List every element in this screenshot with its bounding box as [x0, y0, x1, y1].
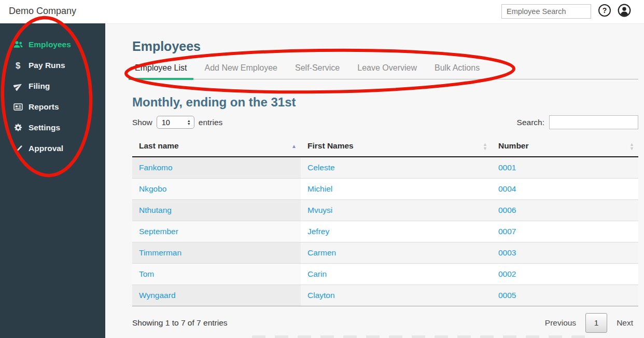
- company-name: Demo Company: [9, 6, 76, 17]
- column-header-label: Number: [498, 141, 529, 150]
- employee-number-link[interactable]: 0001: [498, 163, 516, 172]
- employee-number-link[interactable]: 0003: [498, 248, 516, 257]
- cell-first-names: Celeste: [301, 157, 492, 179]
- cell-first-names: Mvuysi: [301, 200, 492, 221]
- entries-summary: Showing 1 to 7 of 7 entries: [132, 318, 228, 328]
- table-search-input[interactable]: [549, 115, 638, 129]
- column-header-label: Last name: [139, 141, 179, 150]
- gear-icon: [12, 123, 23, 133]
- cell-last-name: Tom: [132, 264, 301, 285]
- search-label: Search:: [517, 118, 544, 127]
- sidebar-item-approval[interactable]: Approval: [0, 138, 105, 159]
- previous-page-button[interactable]: Previous: [545, 318, 576, 328]
- table-header-row: Last name▲First Names▲▼Number▲▼: [132, 137, 638, 157]
- clipped-content-hint: [252, 335, 594, 338]
- employee-number-link[interactable]: 0004: [498, 184, 516, 193]
- cell-first-names: Michiel: [301, 179, 492, 200]
- page-size-value: 10: [162, 118, 187, 127]
- employee-first-names-link[interactable]: Mvuysi: [307, 206, 332, 214]
- employee-number-link[interactable]: 0005: [498, 291, 516, 300]
- page-number-button[interactable]: 1: [585, 313, 607, 333]
- show-entries-control: Show 10 ▲▼ entries: [132, 116, 222, 129]
- column-header-number[interactable]: Number▲▼: [492, 137, 638, 157]
- cell-number: 0006: [492, 200, 638, 221]
- pay-frequency-title: Monthly, ending on the 31st: [132, 95, 638, 110]
- cell-first-names: Clayton: [301, 285, 492, 306]
- sidebar-nav: Employees$Pay RunsFilingReportsSettingsA…: [0, 23, 105, 159]
- sort-both-icon: ▲▼: [629, 142, 634, 151]
- table-row: NthutangMvuysi0006: [132, 200, 638, 221]
- sort-ascending-icon: ▲: [291, 144, 297, 149]
- sidebar-item-label: Employees: [29, 40, 71, 49]
- tab-employee-list[interactable]: Employee List: [129, 63, 193, 80]
- cell-number: 0005: [492, 285, 638, 306]
- cell-number: 0004: [492, 179, 638, 200]
- tab-add-new-employee[interactable]: Add New Employee: [199, 63, 284, 80]
- help-icon[interactable]: ?: [598, 4, 611, 17]
- sidebar: Employees$Pay RunsFilingReportsSettingsA…: [0, 23, 105, 338]
- employee-first-names-link[interactable]: Clayton: [307, 291, 335, 300]
- column-header-last-name[interactable]: Last name▲: [132, 137, 301, 157]
- table-row: FankomoCeleste0001: [132, 157, 638, 179]
- employee-last-name-link[interactable]: Fankomo: [139, 163, 173, 172]
- cell-last-name: Timmerman: [132, 242, 301, 264]
- cell-last-name: Nthutang: [132, 200, 301, 221]
- sidebar-item-label: Filing: [29, 82, 50, 91]
- cell-first-names: Carmen: [301, 242, 492, 264]
- employee-last-name-link[interactable]: Wyngaard: [139, 291, 176, 300]
- employee-first-names-link[interactable]: Carin: [307, 269, 327, 278]
- employee-last-name-link[interactable]: Nthutang: [139, 206, 172, 214]
- cell-last-name: Nkgobo: [132, 179, 301, 200]
- employee-number-link[interactable]: 0002: [498, 269, 516, 278]
- sidebar-item-reports[interactable]: Reports: [0, 97, 105, 117]
- tab-leave-overview[interactable]: Leave Overview: [351, 63, 423, 80]
- table-row: NkgoboMichiel0004: [132, 179, 638, 200]
- cell-last-name: Fankomo: [132, 157, 301, 179]
- employee-last-name-link[interactable]: September: [139, 227, 178, 236]
- employee-first-names-link[interactable]: Jefrey: [307, 227, 329, 236]
- employee-last-name-link[interactable]: Timmerman: [139, 248, 181, 257]
- sidebar-item-label: Approval: [29, 144, 63, 153]
- cell-first-names: Carin: [301, 264, 492, 285]
- cell-number: 0002: [492, 264, 638, 285]
- table-controls: Show 10 ▲▼ entries Search:: [132, 115, 638, 129]
- app-window: Demo Company ? Employees$Pay RunsFilingR…: [0, 0, 644, 338]
- employee-first-names-link[interactable]: Celeste: [307, 163, 335, 172]
- tab-self-service[interactable]: Self-Service: [289, 63, 346, 80]
- column-header-first-names[interactable]: First Names▲▼: [301, 137, 492, 157]
- page-title: Employees: [132, 39, 638, 53]
- sidebar-item-employees[interactable]: Employees: [0, 34, 105, 55]
- table-row: TimmermanCarmen0003: [132, 242, 638, 264]
- sidebar-item-filing[interactable]: Filing: [0, 76, 105, 97]
- tab-bulk-actions[interactable]: Bulk Actions: [428, 63, 486, 80]
- newspaper-icon: [12, 102, 23, 112]
- employee-search-input[interactable]: [501, 4, 591, 19]
- table-row: SeptemberJefrey0007: [132, 221, 638, 242]
- employee-last-name-link[interactable]: Tom: [139, 269, 154, 278]
- sidebar-item-label: Pay Runs: [29, 61, 65, 70]
- question-mark-glyph: ?: [603, 6, 607, 15]
- employee-first-names-link[interactable]: Carmen: [307, 248, 336, 257]
- pagination: Previous 1 Next: [545, 313, 633, 333]
- column-header-label: First Names: [307, 141, 354, 150]
- show-label: Show: [132, 118, 152, 127]
- employee-number-link[interactable]: 0007: [498, 227, 516, 236]
- cell-number: 0001: [492, 157, 638, 179]
- table-search-control: Search:: [517, 115, 638, 129]
- sidebar-item-pay-runs[interactable]: $Pay Runs: [0, 55, 105, 76]
- employee-number-link[interactable]: 0006: [498, 206, 516, 214]
- employee-table: Last name▲First Names▲▼Number▲▼ FankomoC…: [132, 137, 638, 306]
- table-row: TomCarin0002: [132, 264, 638, 285]
- select-spinner-icon: ▲▼: [187, 119, 191, 125]
- sidebar-item-label: Settings: [29, 123, 60, 132]
- next-page-button[interactable]: Next: [617, 318, 633, 328]
- tab-bar: Employee ListAdd New EmployeeSelf-Servic…: [132, 63, 638, 79]
- user-account-icon[interactable]: [618, 4, 631, 17]
- cell-number: 0007: [492, 221, 638, 242]
- cell-last-name: Wyngaard: [132, 285, 301, 306]
- users-icon: [12, 39, 23, 50]
- sidebar-item-settings[interactable]: Settings: [0, 117, 105, 138]
- employee-last-name-link[interactable]: Nkgobo: [139, 184, 166, 193]
- page-size-select[interactable]: 10 ▲▼: [157, 116, 194, 129]
- employee-first-names-link[interactable]: Michiel: [307, 184, 332, 193]
